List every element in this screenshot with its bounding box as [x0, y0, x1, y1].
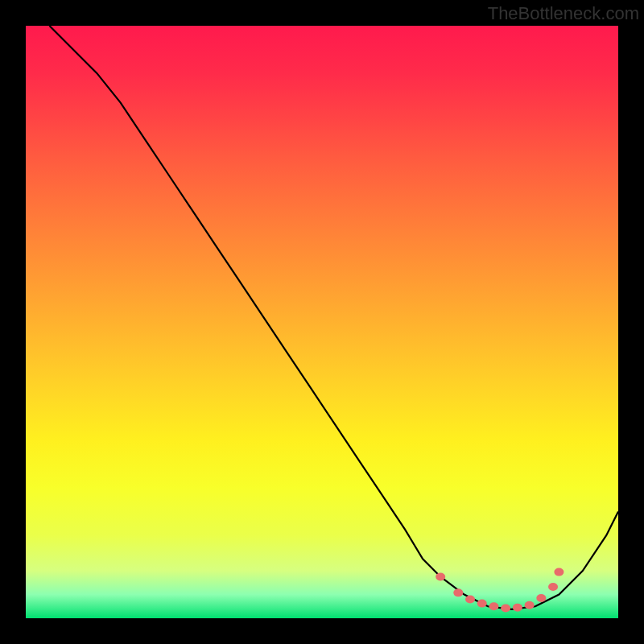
marker-dot — [465, 595, 475, 603]
main-curve — [49, 26, 618, 609]
marker-dot — [453, 588, 463, 597]
marker-dot — [489, 602, 498, 610]
marker-dot — [477, 600, 487, 608]
chart-container: TheBottleneck.com — [0, 0, 644, 644]
marker-dot — [525, 601, 535, 609]
marker-dot — [554, 568, 564, 576]
curve-layer — [26, 26, 618, 618]
marker-dot — [513, 604, 522, 612]
marker-dot — [536, 594, 546, 602]
marker-dot — [501, 604, 510, 612]
marker-dot — [548, 583, 558, 591]
plot-area — [26, 26, 618, 618]
marker-dot — [436, 572, 445, 580]
watermark-text: TheBottleneck.com — [488, 3, 639, 24]
marker-dots — [436, 568, 564, 613]
